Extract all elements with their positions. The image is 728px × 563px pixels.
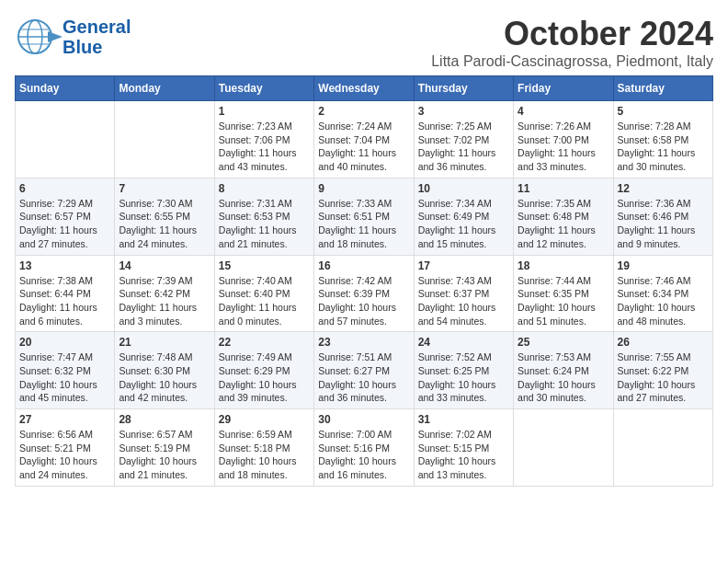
calendar-header-row: SundayMondayTuesdayWednesdayThursdayFrid… [16, 76, 713, 101]
day-number: 6 [19, 182, 110, 195]
day-info: Sunrise: 7:48 AM Sunset: 6:30 PM Dayligh… [119, 350, 210, 405]
day-number: 10 [418, 182, 509, 195]
logo: General Blue [15, 15, 131, 59]
calendar-cell: 29Sunrise: 6:59 AM Sunset: 5:18 PM Dayli… [214, 409, 313, 487]
day-info: Sunrise: 7:02 AM Sunset: 5:15 PM Dayligh… [418, 428, 509, 482]
day-info: Sunrise: 7:29 AM Sunset: 6:57 PM Dayligh… [19, 197, 110, 251]
day-info: Sunrise: 7:49 AM Sunset: 6:29 PM Dayligh… [219, 350, 310, 405]
day-info: Sunrise: 7:46 AM Sunset: 6:34 PM Dayligh… [618, 274, 709, 328]
logo-text-block: General Blue [63, 17, 131, 57]
day-header-wednesday: Wednesday [314, 76, 414, 101]
day-number: 7 [119, 182, 210, 195]
calendar-cell: 16Sunrise: 7:42 AM Sunset: 6:39 PM Dayli… [314, 255, 414, 332]
day-number: 14 [119, 259, 210, 272]
calendar-cell: 6Sunrise: 7:29 AM Sunset: 6:57 PM Daylig… [16, 178, 115, 255]
day-header-monday: Monday [115, 76, 214, 101]
day-info: Sunrise: 7:26 AM Sunset: 7:00 PM Dayligh… [518, 120, 609, 174]
logo-icon [15, 15, 63, 59]
day-header-friday: Friday [514, 76, 613, 101]
day-header-tuesday: Tuesday [214, 76, 313, 101]
calendar-cell: 23Sunrise: 7:51 AM Sunset: 6:27 PM Dayli… [314, 332, 414, 409]
day-number: 9 [318, 182, 409, 195]
calendar-cell: 18Sunrise: 7:44 AM Sunset: 6:35 PM Dayli… [514, 255, 613, 332]
day-number: 27 [19, 413, 110, 426]
day-info: Sunrise: 7:51 AM Sunset: 6:27 PM Dayligh… [318, 350, 409, 405]
day-info: Sunrise: 7:34 AM Sunset: 6:49 PM Dayligh… [418, 197, 509, 251]
day-number: 5 [618, 105, 709, 118]
day-number: 21 [119, 336, 210, 349]
calendar-week-row: 20Sunrise: 7:47 AM Sunset: 6:32 PM Dayli… [16, 332, 713, 409]
calendar-cell: 3Sunrise: 7:25 AM Sunset: 7:02 PM Daylig… [414, 101, 513, 178]
calendar-cell: 25Sunrise: 7:53 AM Sunset: 6:24 PM Dayli… [514, 332, 613, 409]
calendar-cell: 7Sunrise: 7:30 AM Sunset: 6:55 PM Daylig… [115, 178, 214, 255]
day-info: Sunrise: 7:52 AM Sunset: 6:25 PM Dayligh… [418, 350, 509, 405]
day-number: 23 [318, 336, 409, 349]
day-number: 19 [618, 259, 709, 272]
day-info: Sunrise: 7:40 AM Sunset: 6:40 PM Dayligh… [219, 274, 310, 328]
day-header-thursday: Thursday [414, 76, 513, 101]
calendar-cell [16, 101, 115, 178]
day-info: Sunrise: 7:33 AM Sunset: 6:51 PM Dayligh… [318, 197, 409, 251]
day-number: 30 [318, 413, 409, 426]
day-number: 29 [219, 413, 310, 426]
day-number: 15 [219, 259, 310, 272]
calendar-week-row: 6Sunrise: 7:29 AM Sunset: 6:57 PM Daylig… [16, 178, 713, 255]
calendar-cell: 10Sunrise: 7:34 AM Sunset: 6:49 PM Dayli… [414, 178, 513, 255]
page-title: October 2024 [431, 15, 713, 53]
calendar-cell [613, 409, 712, 487]
day-info: Sunrise: 7:39 AM Sunset: 6:42 PM Dayligh… [119, 274, 210, 328]
calendar-week-row: 1Sunrise: 7:23 AM Sunset: 7:06 PM Daylig… [16, 101, 713, 178]
day-info: Sunrise: 7:36 AM Sunset: 6:46 PM Dayligh… [618, 197, 709, 251]
day-number: 22 [219, 336, 310, 349]
day-info: Sunrise: 7:30 AM Sunset: 6:55 PM Dayligh… [119, 197, 210, 251]
day-info: Sunrise: 7:00 AM Sunset: 5:16 PM Dayligh… [318, 428, 409, 482]
day-info: Sunrise: 6:57 AM Sunset: 5:19 PM Dayligh… [119, 428, 210, 482]
day-number: 26 [618, 336, 709, 349]
day-number: 3 [418, 105, 509, 118]
title-block: October 2024 Litta Parodi-Cascinagrossa,… [431, 15, 713, 70]
day-info: Sunrise: 7:44 AM Sunset: 6:35 PM Dayligh… [518, 274, 609, 328]
day-info: Sunrise: 7:31 AM Sunset: 6:53 PM Dayligh… [219, 197, 310, 251]
day-number: 20 [19, 336, 110, 349]
day-info: Sunrise: 7:28 AM Sunset: 6:58 PM Dayligh… [618, 120, 709, 174]
calendar-cell: 30Sunrise: 7:00 AM Sunset: 5:16 PM Dayli… [314, 409, 414, 487]
calendar-cell [115, 101, 214, 178]
calendar-cell: 24Sunrise: 7:52 AM Sunset: 6:25 PM Dayli… [414, 332, 513, 409]
page-header: General Blue October 2024 Litta Parodi-C… [15, 15, 713, 70]
calendar-cell: 28Sunrise: 6:57 AM Sunset: 5:19 PM Dayli… [115, 409, 214, 487]
calendar-cell: 27Sunrise: 6:56 AM Sunset: 5:21 PM Dayli… [16, 409, 115, 487]
day-number: 28 [119, 413, 210, 426]
day-header-saturday: Saturday [613, 76, 712, 101]
day-number: 31 [418, 413, 509, 426]
day-info: Sunrise: 7:24 AM Sunset: 7:04 PM Dayligh… [318, 120, 409, 174]
day-number: 8 [219, 182, 310, 195]
calendar-cell: 1Sunrise: 7:23 AM Sunset: 7:06 PM Daylig… [214, 101, 313, 178]
calendar-cell: 22Sunrise: 7:49 AM Sunset: 6:29 PM Dayli… [214, 332, 313, 409]
day-number: 11 [518, 182, 609, 195]
calendar-table: SundayMondayTuesdayWednesdayThursdayFrid… [15, 75, 713, 487]
calendar-cell: 19Sunrise: 7:46 AM Sunset: 6:34 PM Dayli… [613, 255, 712, 332]
day-number: 16 [318, 259, 409, 272]
calendar-cell: 5Sunrise: 7:28 AM Sunset: 6:58 PM Daylig… [613, 101, 712, 178]
day-number: 2 [318, 105, 409, 118]
day-header-sunday: Sunday [16, 76, 115, 101]
day-info: Sunrise: 7:23 AM Sunset: 7:06 PM Dayligh… [219, 120, 310, 174]
day-info: Sunrise: 7:25 AM Sunset: 7:02 PM Dayligh… [418, 120, 509, 174]
day-number: 4 [518, 105, 609, 118]
calendar-cell: 17Sunrise: 7:43 AM Sunset: 6:37 PM Dayli… [414, 255, 513, 332]
calendar-cell: 9Sunrise: 7:33 AM Sunset: 6:51 PM Daylig… [314, 178, 414, 255]
day-number: 1 [219, 105, 310, 118]
calendar-cell: 15Sunrise: 7:40 AM Sunset: 6:40 PM Dayli… [214, 255, 313, 332]
logo-text-general: General [63, 17, 131, 37]
day-info: Sunrise: 7:53 AM Sunset: 6:24 PM Dayligh… [518, 350, 609, 405]
calendar-cell: 20Sunrise: 7:47 AM Sunset: 6:32 PM Dayli… [16, 332, 115, 409]
calendar-cell: 21Sunrise: 7:48 AM Sunset: 6:30 PM Dayli… [115, 332, 214, 409]
calendar-cell: 13Sunrise: 7:38 AM Sunset: 6:44 PM Dayli… [16, 255, 115, 332]
page-subtitle: Litta Parodi-Cascinagrossa, Piedmont, It… [431, 53, 713, 70]
calendar-week-row: 13Sunrise: 7:38 AM Sunset: 6:44 PM Dayli… [16, 255, 713, 332]
calendar-cell: 14Sunrise: 7:39 AM Sunset: 6:42 PM Dayli… [115, 255, 214, 332]
logo-text-blue: Blue [63, 37, 102, 57]
day-info: Sunrise: 7:42 AM Sunset: 6:39 PM Dayligh… [318, 274, 409, 328]
day-number: 12 [618, 182, 709, 195]
calendar-cell: 12Sunrise: 7:36 AM Sunset: 6:46 PM Dayli… [613, 178, 712, 255]
